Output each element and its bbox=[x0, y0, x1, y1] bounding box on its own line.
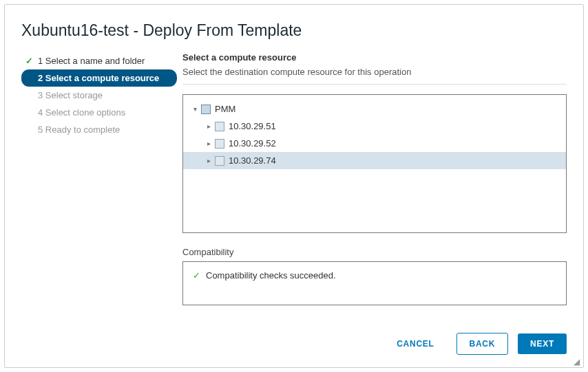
step-3: 3 Select storage bbox=[21, 87, 177, 104]
chevron-right-icon[interactable]: ▸ bbox=[204, 140, 213, 147]
deploy-from-template-dialog: Xubuntu16-test - Deploy From Template 1 … bbox=[4, 4, 584, 368]
tree-label: 10.30.29.51 bbox=[229, 121, 276, 131]
step-5: 5 Ready to complete bbox=[21, 121, 177, 138]
tree-datacenter[interactable]: ▾ PMM bbox=[183, 100, 566, 118]
dialog-footer: CANCEL BACK NEXT bbox=[21, 322, 567, 355]
step-2[interactable]: 2 Select a compute resource bbox=[21, 69, 177, 87]
chevron-right-icon[interactable]: ▸ bbox=[204, 122, 213, 130]
check-icon: ✓ bbox=[193, 270, 200, 281]
step-4: 4 Select clone options bbox=[21, 104, 177, 121]
chevron-down-icon[interactable]: ▾ bbox=[190, 105, 200, 113]
section-title: Select a compute resource bbox=[182, 52, 567, 63]
tree-host[interactable]: ▸ 10.30.29.51 bbox=[183, 118, 566, 135]
datacenter-icon bbox=[201, 105, 211, 114]
back-button[interactable]: BACK bbox=[456, 333, 509, 355]
compute-resource-tree[interactable]: ▾ PMM ▸ 10.30.29.51 ▸ 10.30.29.52 ▸ bbox=[182, 94, 567, 233]
resize-handle-icon[interactable]: ◢ bbox=[574, 358, 582, 366]
cancel-button[interactable]: CANCEL bbox=[384, 333, 446, 354]
tree-label: PMM bbox=[215, 104, 235, 114]
compatibility-box: ✓Compatibility checks succeeded. bbox=[182, 261, 567, 305]
tree-label: 10.30.29.74 bbox=[229, 155, 276, 166]
chevron-right-icon[interactable]: ▸ bbox=[204, 157, 213, 164]
dialog-title: Xubuntu16-test - Deploy From Template bbox=[21, 21, 567, 40]
host-icon bbox=[215, 122, 224, 131]
host-icon bbox=[215, 139, 224, 149]
tree-label: 10.30.29.52 bbox=[229, 138, 276, 149]
compatibility-message: Compatibility checks succeeded. bbox=[206, 270, 336, 281]
section-desc: Select the destination compute resource … bbox=[182, 67, 567, 85]
host-icon bbox=[215, 156, 224, 166]
dialog-content: 1 Select a name and folder 2 Select a co… bbox=[21, 52, 567, 322]
compatibility-label: Compatibility bbox=[182, 247, 567, 257]
main-panel: Select a compute resource Select the des… bbox=[182, 52, 567, 322]
step-1[interactable]: 1 Select a name and folder bbox=[21, 52, 177, 69]
next-button[interactable]: NEXT bbox=[518, 333, 567, 354]
tree-host[interactable]: ▸ 10.30.29.52 bbox=[183, 135, 566, 152]
wizard-steps-sidebar: 1 Select a name and folder 2 Select a co… bbox=[21, 52, 177, 322]
tree-host-selected[interactable]: ▸ 10.30.29.74 bbox=[183, 152, 566, 169]
